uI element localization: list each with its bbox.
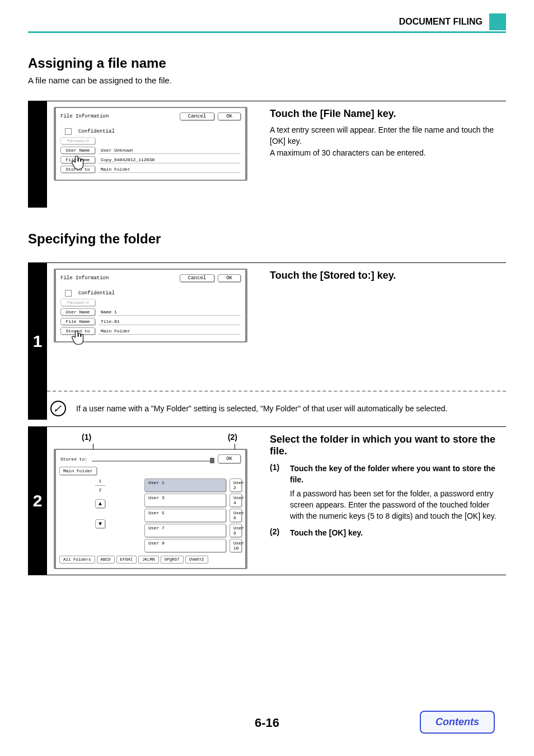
scroll-down-button[interactable]: ▼ [95,519,105,528]
sub1-title: Touch the key of the folder where you wa… [290,463,502,486]
confidential-label: Confidential [78,129,115,134]
step1-instruction-title: Touch the [Stored to:] key. [270,270,502,281]
filename-button[interactable]: File Name [60,318,95,325]
cancel-button[interactable]: Cancel [180,112,214,120]
folder-user-10[interactable]: User 10 [229,539,242,552]
tab-efghi[interactable]: EFGHI [116,556,137,564]
page-total: 2 [99,487,102,492]
ok-button[interactable]: OK [218,454,241,463]
confidential-checkbox[interactable] [65,290,72,297]
folder-user-7[interactable]: User 7 [144,524,226,537]
file-info-panel-2: File Information Cancel OK Confidential … [54,269,247,342]
folder-user-9[interactable]: User 9 [144,539,226,552]
callout-2: (2) [228,433,237,442]
tab-all-folders[interactable]: All Folders [59,556,95,564]
password-button: Password [60,299,95,306]
file-info-panel: File Information Cancel OK Confidential … [54,107,247,181]
header-accent-block [489,13,506,30]
ok-button[interactable]: OK [218,274,241,282]
note-text: If a user name with a "My Folder" settin… [76,404,447,413]
step-sidebar [28,101,47,208]
panel-title: File Information [60,275,109,281]
hand-pointer-icon [71,329,87,346]
note-icon [50,401,66,416]
slider[interactable] [92,458,213,459]
sub2-title: Touch the [OK] key. [290,527,363,538]
stored-to-panel: Stored to: OK Main Folder User 1 User 2 … [54,449,247,569]
document-header: DOCUMENT FILING [28,17,489,27]
confidential-checkbox[interactable] [65,128,72,135]
scroll-up-button[interactable]: ▲ [95,499,105,508]
section-title-specifying: Specifying the folder [28,231,506,247]
cancel-button[interactable]: Cancel [180,274,214,282]
header-rule [28,31,506,33]
step-number-2: 2 [28,427,47,575]
folder-user-6[interactable]: User 6 [229,509,242,522]
folder-user-5[interactable]: User 5 [144,509,226,522]
sub2-marker: (2) [270,527,285,538]
hand-pointer-icon [71,154,87,171]
username-button[interactable]: User Name [60,308,95,316]
username-value: Name 1 [99,309,241,316]
tab-opqrst[interactable]: OPQRST [161,556,184,564]
panel3-title: Stored to: [60,457,87,462]
contents-button[interactable]: Contents [420,711,495,734]
main-folder-button[interactable]: Main Folder [59,467,97,475]
panel-title: File Information [60,114,109,119]
callout-1: (1) [82,433,91,442]
confidential-label: Confidential [78,290,115,296]
folder-user-2[interactable]: User 2 [229,478,242,492]
step-instruction-title: Touch the [File Name] key. [270,108,502,120]
section-lead-assigning: A file name can be assigned to the file. [28,76,506,85]
storedto-value: Main Folder [99,166,241,173]
folder-user-8[interactable]: User 8 [229,524,242,537]
folder-user-4[interactable]: User 4 [229,494,242,507]
tab-jklmn[interactable]: JKLMN [138,556,159,564]
filename-value: Copy_04042012_112030 [99,157,241,163]
step2-instruction-title: Select the folder in which you want to s… [270,434,502,457]
username-button[interactable]: User Name [60,147,95,154]
ok-button[interactable]: OK [218,112,241,120]
step-instruction-body1: A text entry screen will appear. Enter t… [270,124,502,147]
storedto-value: Main Folder [99,328,241,335]
sub1-marker: (1) [270,463,285,522]
sub1-detail: If a password has been set for the folde… [290,488,502,522]
filename-value: file-01 [99,318,241,325]
step-instruction-body2: A maximum of 30 characters can be entere… [270,147,502,158]
username-value: User Unknown [99,147,241,154]
tab-abcd[interactable]: ABCD [97,556,115,564]
step-number-1: 1 [28,263,47,420]
folder-user-3[interactable]: User 3 [144,494,226,507]
tab-uvwxyz[interactable]: UVWXYZ [185,556,208,564]
folder-user-1[interactable]: User 1 [144,478,226,492]
password-button: Password [60,137,95,144]
section-title-assigning: Assigning a file name [28,55,506,71]
page-current: 1 [99,478,102,483]
